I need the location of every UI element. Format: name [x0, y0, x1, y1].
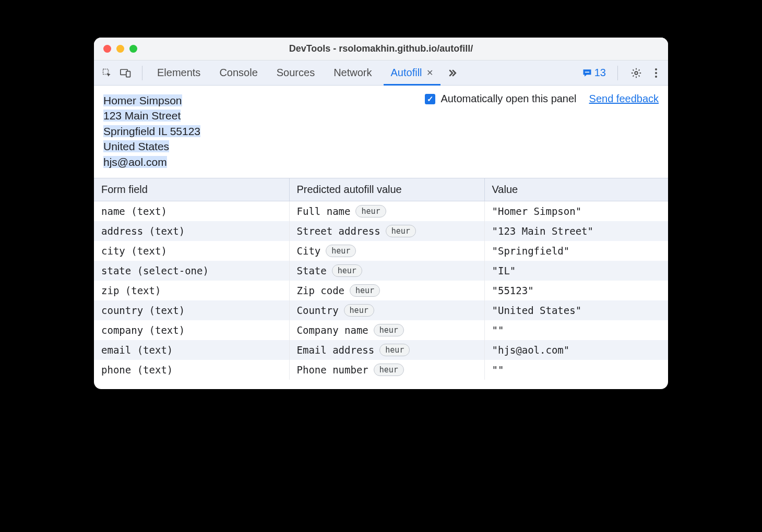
cell-value: "Homer Simpson" [484, 201, 668, 221]
address-line: 123 Main Street [103, 110, 181, 122]
heur-badge: heur [332, 264, 362, 277]
svg-point-7 [655, 76, 657, 78]
col-value[interactable]: Value [484, 178, 668, 201]
autofill-panel-header: Homer Simpson 123 Main Street Springfiel… [94, 86, 668, 178]
table-row[interactable]: address (text)Street addressheur"123 Mai… [94, 221, 668, 241]
svg-point-4 [635, 71, 638, 75]
cell-predicted: Company nameheur [289, 320, 484, 340]
table-row[interactable]: city (text)Cityheur"Springfield" [94, 241, 668, 261]
predicted-label: Country [297, 305, 339, 316]
chat-icon [582, 68, 592, 78]
maximize-window-button[interactable] [129, 45, 137, 53]
svg-rect-3 [585, 71, 589, 72]
more-options-icon[interactable] [649, 66, 663, 80]
cell-predicted: Stateheur [289, 261, 484, 281]
table-row[interactable]: name (text)Full nameheur"Homer Simpson" [94, 201, 668, 221]
svg-rect-2 [126, 71, 130, 77]
devtools-window: DevTools - rsolomakhin.github.io/autofil… [94, 38, 668, 389]
table-header-row: Form field Predicted autofill value Valu… [94, 178, 668, 201]
cell-value: "" [484, 360, 668, 380]
tab-network[interactable]: Network [324, 61, 381, 85]
address-line: hjs@aol.com [103, 156, 167, 168]
cell-form-field: email (text) [94, 340, 289, 360]
cell-value: "IL" [484, 261, 668, 281]
cell-predicted: Email addressheur [289, 340, 484, 360]
table-row[interactable]: state (select-one)Stateheur"IL" [94, 261, 668, 281]
predicted-label: Company name [297, 324, 368, 336]
cell-form-field: name (text) [94, 201, 289, 221]
tab-label: Sources [277, 67, 315, 79]
col-form-field[interactable]: Form field [94, 178, 289, 201]
predicted-label: Email address [297, 344, 375, 356]
predicted-label: Zip code [297, 285, 345, 296]
predicted-label: Full name [297, 205, 351, 217]
devtools-toolbar: Elements Console Sources Network Autofil… [94, 61, 668, 86]
table-row[interactable]: phone (text)Phone numberheur"" [94, 360, 668, 380]
tab-label: Elements [157, 67, 200, 79]
toolbar-divider [617, 66, 618, 80]
auto-open-label: Automatically open this panel [440, 93, 576, 105]
traffic-lights [94, 45, 137, 53]
cell-predicted: Zip codeheur [289, 281, 484, 300]
heur-badge: heur [350, 284, 380, 297]
cell-value: "55123" [484, 281, 668, 300]
predicted-label: Street address [297, 225, 380, 237]
issues-button[interactable]: 13 [582, 67, 606, 79]
cell-predicted: Countryheur [289, 300, 484, 320]
table-row[interactable]: country (text)Countryheur"United States" [94, 300, 668, 320]
cell-form-field: address (text) [94, 221, 289, 241]
tab-autofill[interactable]: Autofill ✕ [382, 61, 443, 85]
close-tab-icon[interactable]: ✕ [426, 68, 433, 78]
cell-predicted: Phone numberheur [289, 360, 484, 380]
predicted-label: Phone number [297, 364, 368, 376]
heur-badge: heur [326, 245, 356, 257]
tab-sources[interactable]: Sources [267, 61, 324, 85]
toolbar-right: 13 [582, 66, 663, 80]
table-row[interactable]: company (text)Company nameheur"" [94, 320, 668, 340]
auto-open-checkbox[interactable]: ✓ [425, 94, 435, 104]
settings-icon[interactable] [629, 66, 643, 80]
tab-console[interactable]: Console [210, 61, 267, 85]
tab-label: Console [219, 67, 257, 79]
tab-label: Network [334, 67, 372, 79]
heur-badge: heur [374, 324, 404, 336]
predicted-label: City [297, 245, 321, 257]
panel-bottom-spacer [94, 380, 668, 389]
cell-value: "Springfield" [484, 241, 668, 261]
heur-badge: heur [344, 304, 374, 317]
send-feedback-link[interactable]: Send feedback [589, 93, 659, 105]
cell-value: "123 Main Street" [484, 221, 668, 241]
cell-form-field: state (select-one) [94, 261, 289, 281]
cell-value: "United States" [484, 300, 668, 320]
cell-predicted: Cityheur [289, 241, 484, 261]
panel-options: ✓ Automatically open this panel Send fee… [425, 93, 659, 105]
more-tabs-icon[interactable] [445, 65, 460, 81]
tab-label: Autofill [391, 67, 422, 79]
heur-badge: heur [374, 364, 404, 376]
issues-count: 13 [594, 67, 606, 79]
device-toolbar-icon[interactable] [118, 65, 134, 81]
close-window-button[interactable] [103, 45, 111, 53]
window-title: DevTools - rsolomakhin.github.io/autofil… [94, 43, 668, 54]
address-line: Homer Simpson [103, 94, 182, 106]
table-row[interactable]: zip (text)Zip codeheur"55123" [94, 281, 668, 300]
inspect-element-icon[interactable] [99, 65, 115, 81]
predicted-label: State [297, 265, 327, 276]
minimize-window-button[interactable] [116, 45, 124, 53]
cell-form-field: company (text) [94, 320, 289, 340]
titlebar: DevTools - rsolomakhin.github.io/autofil… [94, 38, 668, 61]
col-predicted[interactable]: Predicted autofill value [289, 178, 484, 201]
tab-elements[interactable]: Elements [148, 61, 210, 85]
address-line: Springfield IL 55123 [103, 125, 200, 137]
autofill-address-preview: Homer Simpson 123 Main Street Springfiel… [103, 93, 200, 170]
cell-form-field: city (text) [94, 241, 289, 261]
heur-badge: heur [379, 344, 410, 356]
svg-point-5 [655, 68, 657, 70]
cell-predicted: Full nameheur [289, 201, 484, 221]
table-row[interactable]: email (text)Email addressheur"hjs@aol.co… [94, 340, 668, 360]
cell-value: "" [484, 320, 668, 340]
heur-badge: heur [355, 205, 386, 217]
heur-badge: heur [386, 225, 416, 237]
cell-form-field: country (text) [94, 300, 289, 320]
devtools-tabs: Elements Console Sources Network Autofil… [148, 61, 443, 85]
